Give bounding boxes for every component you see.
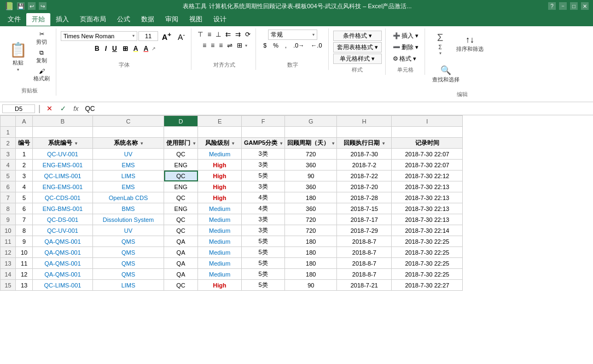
cell-7-B[interactable]: QC-CDS-001 <box>33 192 93 203</box>
cell-7-C[interactable]: OpenLab CDS <box>93 192 164 203</box>
cell-13-B[interactable]: QA-QMS-001 <box>33 258 93 269</box>
cell-11-B[interactable]: QA-QMS-001 <box>33 236 93 247</box>
conditional-format-btn[interactable]: 条件格式 ▾ <box>333 31 382 41</box>
cell-1-H[interactable] <box>337 127 392 138</box>
header-cell-I[interactable]: 记录时间 <box>392 138 463 149</box>
cell-10-E[interactable]: Medium <box>198 225 242 236</box>
cell-7-D[interactable]: QC <box>164 192 198 203</box>
confirm-formula-btn[interactable]: ✓ <box>57 103 69 114</box>
cell-6-E[interactable]: High <box>198 181 242 192</box>
cell-8-E[interactable]: Medium <box>198 203 242 214</box>
bottom-align-btn[interactable]: ⊥ <box>214 30 223 39</box>
cell-12-G[interactable]: 180 <box>285 247 337 258</box>
cell-9-A[interactable]: 7 <box>16 214 33 225</box>
cell-1-C[interactable] <box>93 127 164 138</box>
filter-C-icon[interactable]: ▾ <box>141 141 143 146</box>
menu-review[interactable]: 审阅 <box>160 13 184 26</box>
cell-13-D[interactable]: QA <box>164 258 198 269</box>
decrease-decimal-btn[interactable]: ←.0 <box>308 41 324 50</box>
cell-15-E[interactable]: High <box>198 280 242 291</box>
header-cell-C[interactable]: 系统名称 ▾ <box>93 138 164 149</box>
cell-15-F[interactable]: 5类 <box>242 280 285 291</box>
cell-14-G[interactable]: 180 <box>285 269 337 280</box>
cut-button[interactable]: ✂ 剪切 <box>31 30 53 47</box>
table-format-btn[interactable]: 套用表格格式 ▾ <box>333 42 382 52</box>
cell-8-B[interactable]: ENG-BMS-001 <box>33 203 93 214</box>
filter-H-icon[interactable]: ▾ <box>382 141 385 146</box>
cell-13-F[interactable]: 5类 <box>242 258 285 269</box>
cell-8-D[interactable]: ENG <box>164 203 198 214</box>
col-header-B[interactable]: B <box>33 116 93 127</box>
menu-home[interactable]: 开始 <box>26 13 50 26</box>
find-select-btn[interactable]: 🔍 查找和选择 <box>429 60 462 89</box>
font-name-box[interactable]: Times New Roman ▾ <box>61 31 137 41</box>
cell-14-H[interactable]: 2018-8-7 <box>337 269 392 280</box>
cell-1-I[interactable] <box>392 127 463 138</box>
menu-file[interactable]: 文件 <box>2 13 26 26</box>
help-btn[interactable]: ? <box>548 2 556 10</box>
cell-5-H[interactable]: 2018-7-22 <box>337 171 392 181</box>
cell-10-G[interactable]: 720 <box>285 225 337 236</box>
indent-decrease-btn[interactable]: ⇇ <box>224 30 232 39</box>
header-cell-H[interactable]: 回顾执行日期 ▾ <box>337 138 392 149</box>
menu-view[interactable]: 视图 <box>184 13 208 26</box>
cell-6-C[interactable]: EMS <box>93 181 164 192</box>
percent-btn[interactable]: % <box>270 41 281 50</box>
cell-5-B[interactable]: QC-LIMS-001 <box>33 171 93 181</box>
cell-5-D[interactable]: QC <box>164 171 198 181</box>
cell-style-btn[interactable]: 单元格样式 ▾ <box>333 54 382 64</box>
cell-4-D[interactable]: ENG <box>164 160 198 171</box>
menu-insert[interactable]: 插入 <box>50 13 74 26</box>
cell-4-I[interactable]: 2018-7-30 22:07 <box>392 160 463 171</box>
cell-3-F[interactable]: 3类 <box>242 149 285 160</box>
cell-9-H[interactable]: 2018-7-17 <box>337 214 392 225</box>
cell-4-F[interactable]: 3类 <box>242 160 285 171</box>
cell-10-I[interactable]: 2018-7-30 22:14 <box>392 225 463 236</box>
filter-D-icon[interactable]: ▾ <box>193 141 195 146</box>
cell-4-C[interactable]: EMS <box>93 160 164 171</box>
comma-btn[interactable]: , <box>282 41 289 50</box>
col-header-E[interactable]: E <box>198 116 242 127</box>
border-button[interactable]: ⊞ <box>120 44 130 54</box>
header-cell-A[interactable]: 编号 <box>16 138 33 149</box>
cell-9-E[interactable]: Medium <box>198 214 242 225</box>
cell-1-D[interactable] <box>164 127 198 138</box>
cell-4-B[interactable]: ENG-EMS-001 <box>33 160 93 171</box>
cell-5-A[interactable]: 3 <box>16 171 33 181</box>
increase-font-btn[interactable]: A+ <box>159 30 174 43</box>
decrease-font-btn[interactable]: A- <box>175 30 188 43</box>
cell-11-G[interactable]: 180 <box>285 236 337 247</box>
paste-button[interactable]: 📋 粘贴 ▾ <box>7 40 30 73</box>
cell-5-F[interactable]: 5类 <box>242 171 285 181</box>
cell-15-I[interactable]: 2018-7-30 22:27 <box>392 280 463 291</box>
menu-design[interactable]: 设计 <box>208 13 232 26</box>
cell-12-E[interactable]: Medium <box>198 247 242 258</box>
minimize-btn[interactable]: － <box>559 2 567 10</box>
header-cell-G[interactable]: 回顾周期（天） ▾ <box>285 138 337 149</box>
cell-13-E[interactable]: Medium <box>198 258 242 269</box>
cell-15-C[interactable]: LIMS <box>93 280 164 291</box>
cell-14-F[interactable]: 5类 <box>242 269 285 280</box>
cell-15-B[interactable]: QC-LIMS-001 <box>33 280 93 291</box>
cell-7-I[interactable]: 2018-7-30 22:13 <box>392 192 463 203</box>
header-cell-D[interactable]: 使用部门 ▾ <box>164 138 198 149</box>
increase-decimal-btn[interactable]: .0→ <box>290 41 307 50</box>
cell-15-A[interactable]: 13 <box>16 280 33 291</box>
cell-3-G[interactable]: 720 <box>285 149 337 160</box>
underline-button[interactable]: U <box>110 44 119 54</box>
cell-11-D[interactable]: QA <box>164 236 198 247</box>
cell-9-B[interactable]: QC-DS-001 <box>33 214 93 225</box>
cell-8-C[interactable]: BMS <box>93 203 164 214</box>
cell-4-E[interactable]: High <box>198 160 242 171</box>
cell-6-B[interactable]: ENG-EMS-001 <box>33 181 93 192</box>
cell-9-D[interactable]: QC <box>164 214 198 225</box>
cell-13-I[interactable]: 2018-7-30 22:25 <box>392 258 463 269</box>
font-size-box[interactable]: 11 <box>138 31 158 41</box>
cell-7-F[interactable]: 4类 <box>242 192 285 203</box>
cell-13-A[interactable]: 11 <box>16 258 33 269</box>
cell-12-D[interactable]: QA <box>164 247 198 258</box>
filter-F-icon[interactable]: ▾ <box>280 141 282 146</box>
cell-4-H[interactable]: 2018-7-2 <box>337 160 392 171</box>
middle-align-btn[interactable]: ≡ <box>206 30 213 39</box>
sum-btn[interactable]: Σ Σ ▾ <box>429 30 451 58</box>
